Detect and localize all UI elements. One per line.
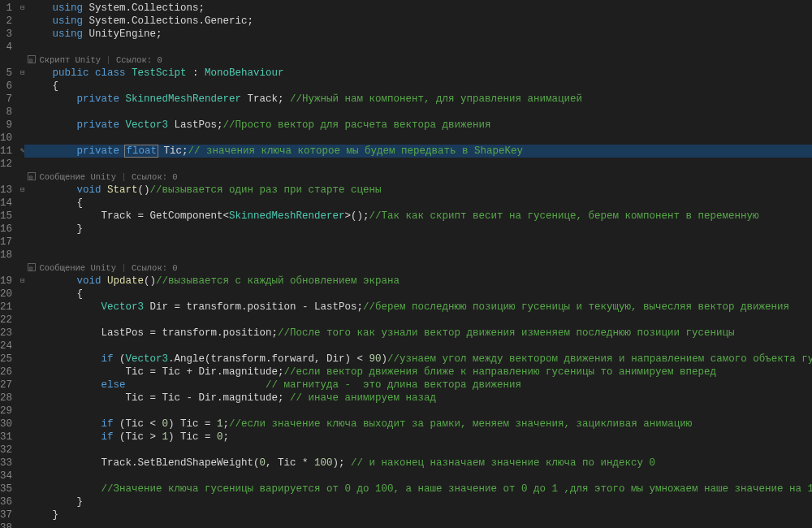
code-line[interactable]: else // магнитуда - это длина вектора дв… bbox=[24, 379, 812, 392]
code-line[interactable]: Track.SetBlendShapeWeight(0, Tic * 100);… bbox=[24, 457, 812, 470]
code-line[interactable] bbox=[24, 236, 812, 249]
code-line[interactable]: //Значение ключа гусеницы варируется от … bbox=[24, 483, 812, 496]
code-line[interactable]: { bbox=[24, 197, 812, 210]
line-number[interactable]: 30 bbox=[0, 418, 12, 431]
code-line[interactable]: private float Tic;// значения ключа кото… bbox=[24, 145, 812, 158]
line-number[interactable]: 18 bbox=[0, 249, 12, 262]
codelens-annotation[interactable]: Сообщение Unity | Ссылок: 0 bbox=[24, 262, 812, 275]
code-line[interactable] bbox=[24, 340, 812, 353]
line-number[interactable]: 25 bbox=[0, 353, 12, 366]
code-line[interactable] bbox=[24, 405, 812, 418]
code-line[interactable]: { bbox=[24, 288, 812, 301]
code-line[interactable]: { bbox=[24, 80, 812, 93]
code-line[interactable]: } bbox=[24, 223, 812, 236]
line-number[interactable]: 29 bbox=[0, 405, 12, 418]
line-number[interactable]: 36 bbox=[0, 496, 12, 509]
line-number[interactable]: 7 bbox=[0, 93, 12, 106]
code-line[interactable] bbox=[24, 41, 812, 54]
line-number[interactable]: 38 bbox=[0, 522, 12, 528]
line-number[interactable]: 1 bbox=[0, 2, 12, 15]
code-line[interactable]: Track = GetComponent<SkinnedMeshRenderer… bbox=[24, 210, 812, 223]
line-number[interactable]: 23 bbox=[0, 327, 12, 340]
line-number[interactable]: 3 bbox=[0, 28, 12, 41]
code-line[interactable]: } bbox=[24, 496, 812, 509]
codelens-annotation[interactable]: Сообщение Unity | Ссылок: 0 bbox=[24, 171, 812, 184]
line-number[interactable]: 15 bbox=[0, 210, 12, 223]
line-number[interactable]: 20 bbox=[0, 288, 12, 301]
code-line[interactable]: using UnityEngine; bbox=[24, 28, 812, 41]
line-number[interactable]: 13 bbox=[0, 184, 12, 197]
line-number[interactable]: 31 bbox=[0, 431, 12, 444]
code-line[interactable]: } bbox=[24, 509, 812, 522]
line-number[interactable]: 14 bbox=[0, 197, 12, 210]
code-line[interactable]: if (Tic < 0) Tic = 1;//если значение клю… bbox=[24, 418, 812, 431]
line-number[interactable]: 34 bbox=[0, 470, 12, 483]
line-number[interactable]: 4 bbox=[0, 41, 12, 54]
code-line[interactable]: void Start()//вызывается один раз при ст… bbox=[24, 184, 812, 197]
line-number[interactable]: 8 bbox=[0, 106, 12, 119]
code-line[interactable]: if (Tic > 1) Tic = 0; bbox=[24, 431, 812, 444]
code-line[interactable] bbox=[24, 132, 812, 145]
line-number[interactable]: 22 bbox=[0, 314, 12, 327]
line-number[interactable]: 11 bbox=[0, 145, 12, 158]
line-number[interactable]: 6 bbox=[0, 80, 12, 93]
code-line[interactable] bbox=[24, 470, 812, 483]
code-area[interactable]: using System.Collections; using System.C… bbox=[24, 0, 812, 528]
codelens-annotation[interactable]: Скрипт Unity | Ссылок: 0 bbox=[24, 54, 812, 67]
code-line[interactable]: LastPos = transform.position;//После тог… bbox=[24, 327, 812, 340]
line-number[interactable]: 37 bbox=[0, 509, 12, 522]
line-number[interactable]: 24 bbox=[0, 340, 12, 353]
line-number[interactable]: 33 bbox=[0, 457, 12, 470]
line-number[interactable]: 32 bbox=[0, 444, 12, 457]
line-number[interactable]: 9 bbox=[0, 119, 12, 132]
code-line[interactable] bbox=[24, 106, 812, 119]
code-line[interactable]: using System.Collections.Generic; bbox=[24, 15, 812, 28]
code-line[interactable]: private SkinnedMeshRenderer Track; //Нуж… bbox=[24, 93, 812, 106]
code-line[interactable] bbox=[24, 444, 812, 457]
line-number[interactable]: 17 bbox=[0, 236, 12, 249]
code-editor[interactable]: 1234567891011121314151617181920212223242… bbox=[0, 0, 812, 528]
code-line[interactable] bbox=[24, 249, 812, 262]
code-line[interactable]: if (Vector3.Angle(transform.forward, Dir… bbox=[24, 353, 812, 366]
code-line[interactable]: Vector3 Dir = transform.position - LastP… bbox=[24, 301, 812, 314]
line-number[interactable]: 12 bbox=[0, 158, 12, 171]
code-line[interactable]: using System.Collections; bbox=[24, 2, 812, 15]
code-line[interactable]: Tic = Tic - Dir.magnitude; // иначе аним… bbox=[24, 392, 812, 405]
code-line[interactable]: void Update()//вызывается с каждый обнов… bbox=[24, 275, 812, 288]
line-number[interactable]: 35 bbox=[0, 483, 12, 496]
code-line[interactable]: private Vector3 LastPos;//Просто вектор … bbox=[24, 119, 812, 132]
code-line[interactable]: public class TestScipt : MonoBehaviour bbox=[24, 67, 812, 80]
line-number[interactable]: 10 bbox=[0, 132, 12, 145]
line-number[interactable]: 27 bbox=[0, 379, 12, 392]
line-number[interactable]: 28 bbox=[0, 392, 12, 405]
line-number[interactable]: 16 bbox=[0, 223, 12, 236]
line-number[interactable]: 2 bbox=[0, 15, 12, 28]
code-line[interactable] bbox=[24, 314, 812, 327]
code-line[interactable]: Tic = Tic + Dir.magnitude;//если вектор … bbox=[24, 366, 812, 379]
line-number[interactable]: 19 bbox=[0, 275, 12, 288]
code-line[interactable] bbox=[24, 158, 812, 171]
line-number[interactable]: 26 bbox=[0, 366, 12, 379]
code-line[interactable] bbox=[24, 522, 812, 528]
line-number-gutter[interactable]: 1234567891011121314151617181920212223242… bbox=[0, 0, 20, 528]
line-number[interactable]: 5 bbox=[0, 67, 12, 80]
line-number[interactable]: 21 bbox=[0, 301, 12, 314]
